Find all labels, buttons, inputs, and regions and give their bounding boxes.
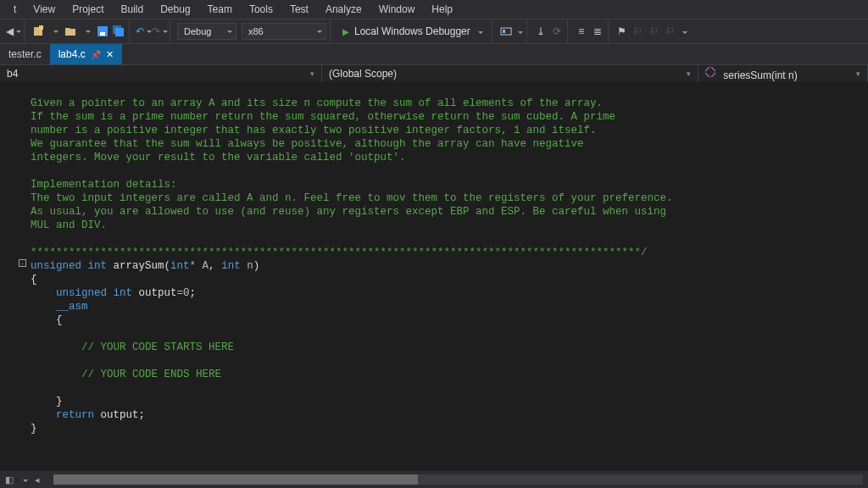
bottom-bar: ◧ ◂ (0, 471, 868, 488)
menu-debug[interactable]: Debug (152, 1, 198, 18)
comment-line: The two input integers are called A and … (31, 192, 673, 204)
bookmark-prev-icon[interactable]: ⚐ (632, 25, 645, 38)
tab-tester[interactable]: tester.c (0, 44, 50, 64)
close-icon[interactable]: ✕ (106, 49, 114, 60)
keyword: int (221, 260, 241, 272)
keyword: unsigned (31, 260, 81, 272)
func-name: arraySum (107, 260, 164, 272)
bookmark-icon[interactable]: ⚑ (615, 25, 629, 38)
scope-namespace[interactable]: (Global Scope) ▾ (322, 65, 698, 82)
pin-icon[interactable]: 📌 (91, 50, 101, 59)
var-name: output (94, 409, 139, 421)
svg-rect-3 (100, 32, 105, 36)
scope-function[interactable]: seriesSum(int n) ▾ (698, 65, 868, 82)
nav-back-icon[interactable]: ◀ (7, 25, 20, 38)
keyword: int (107, 287, 132, 299)
menu-tools[interactable]: Tools (241, 1, 281, 18)
step-into-icon[interactable]: ⤓ (534, 25, 548, 38)
keyword: int (81, 260, 107, 272)
comment-line: integers. Move your result to the variab… (31, 152, 406, 164)
svg-rect-7 (503, 30, 505, 33)
save-all-icon[interactable] (112, 25, 125, 38)
step-over-icon[interactable]: ⟳ (550, 25, 564, 38)
brace: { (56, 314, 63, 326)
var-name: output (132, 287, 177, 299)
menu-analyze[interactable]: Analyze (317, 1, 370, 18)
bookmark-next-icon[interactable]: ⚐ (648, 25, 661, 38)
code-content[interactable]: Given a pointer to an array A and its si… (27, 83, 673, 471)
comment-marker: // YOUR CODE STARTS HERE (81, 341, 234, 353)
comment-line: As usual, you are allowed to use (and re… (31, 206, 666, 218)
menu-team[interactable]: Team (199, 1, 241, 18)
save-icon[interactable] (96, 25, 109, 38)
debug-target-menu[interactable] (476, 25, 483, 37)
op: = (177, 287, 184, 299)
scope-function-label: seriesSum(int n) (723, 69, 797, 81)
menu-build[interactable]: Build (113, 1, 153, 18)
menu-file-trunc[interactable]: t (5, 1, 25, 18)
chevron-down-icon: ▾ (687, 69, 691, 78)
punct: ( (164, 260, 171, 272)
process-icon[interactable] (499, 25, 513, 38)
split-menu[interactable] (20, 474, 28, 485)
config-selector[interactable]: Debug (177, 23, 236, 40)
comment-line: Given a pointer to an array A and its si… (31, 97, 603, 109)
split-icon[interactable]: ◧ (5, 474, 14, 485)
play-icon: ▶ (342, 27, 349, 36)
fold-toggle[interactable]: - (19, 259, 26, 267)
scope-project-label: b4 (7, 68, 18, 80)
new-project-icon[interactable] (31, 25, 45, 38)
punct: ) (253, 260, 260, 272)
bookmark-clear-icon[interactable]: ⚐ (664, 25, 677, 38)
param: n (241, 260, 253, 272)
tab-label: lab4.c (58, 48, 86, 60)
document-tabs: tester.c lab4.c 📌 ✕ (0, 44, 868, 64)
comment-line: If the sum is a prime number return the … (31, 111, 615, 123)
menu-bar: t View Project Build Debug Team Tools Te… (0, 0, 868, 19)
menu-window[interactable]: Window (370, 1, 424, 18)
punct: ; (190, 287, 197, 299)
menu-project[interactable]: Project (64, 1, 112, 18)
scope-bar: b4 ▾ (Global Scope) ▾ seriesSum(int n) ▾ (0, 64, 868, 83)
keyword: unsigned (56, 287, 107, 299)
svg-rect-1 (39, 25, 43, 30)
new-project-menu[interactable] (47, 25, 61, 38)
track-left-icon[interactable]: ◂ (35, 474, 40, 485)
toolbar: ◀ ↶ ↷ Debug x86 ▶ Local Windows Debugger (0, 19, 868, 44)
punct: ; (139, 409, 146, 421)
code-editor[interactable]: Given a pointer to an array A and its si… (0, 83, 868, 471)
punct: * (190, 260, 197, 272)
tab-lab4[interactable]: lab4.c 📌 ✕ (50, 44, 122, 64)
scope-project[interactable]: b4 ▾ (0, 65, 322, 82)
comment-line: MUL and DIV. (31, 219, 107, 231)
keyword-asm: __asm (56, 301, 88, 313)
gutter (0, 83, 19, 471)
indent-less-icon[interactable]: ≡ (575, 25, 588, 38)
indent-more-icon[interactable]: ≣ (591, 25, 604, 38)
redo-icon[interactable]: ↷ (153, 25, 166, 38)
method-icon (705, 67, 717, 79)
start-debugging-label: Local Windows Debugger (354, 25, 470, 37)
svg-rect-8 (705, 67, 715, 77)
open-file-icon[interactable] (64, 25, 77, 38)
tab-label: tester.c (8, 48, 42, 60)
comment-line: We guarantee that the sum will always be… (31, 138, 584, 150)
platform-selector[interactable]: x86 (242, 23, 326, 40)
start-debugging-button[interactable]: ▶ Local Windows Debugger (337, 25, 488, 37)
comment-separator: ****************************************… (31, 247, 648, 258)
undo-icon[interactable]: ↶ (136, 25, 150, 38)
menu-help[interactable]: Help (423, 1, 461, 18)
keyword: return (56, 409, 94, 421)
comment-line: Implementation details: (31, 179, 177, 191)
toolbar-overflow[interactable] (680, 25, 687, 37)
horizontal-scrollbar[interactable] (53, 474, 863, 485)
svg-rect-5 (115, 28, 124, 36)
menu-view[interactable]: View (25, 1, 64, 18)
menu-test[interactable]: Test (281, 1, 317, 18)
punct: , (209, 260, 221, 272)
open-file-menu[interactable] (80, 25, 93, 38)
process-menu[interactable] (515, 25, 523, 37)
comment-marker: // YOUR CODE ENDS HERE (81, 369, 221, 380)
svg-rect-6 (501, 28, 511, 35)
scope-namespace-label: (Global Scope) (329, 68, 397, 80)
